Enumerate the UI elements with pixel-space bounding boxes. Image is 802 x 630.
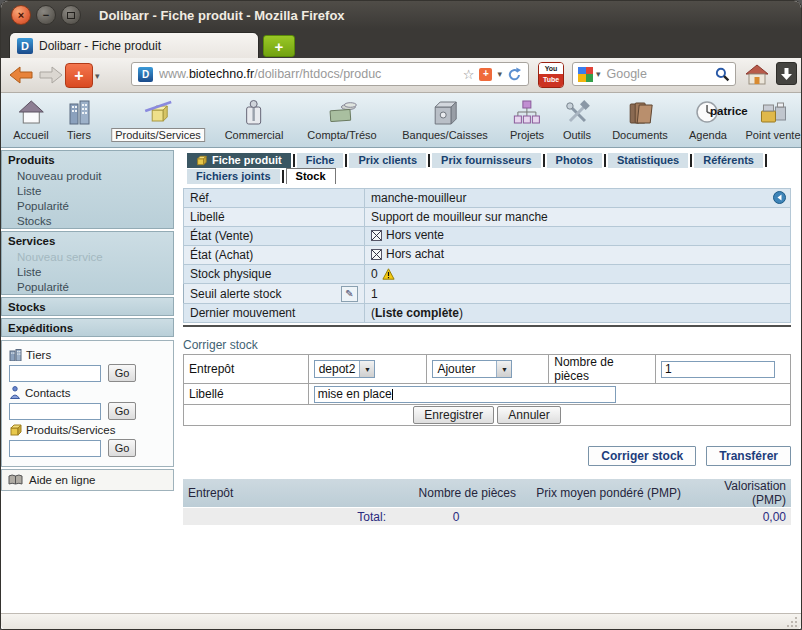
correct-stock-button[interactable]: Corriger stock: [588, 446, 696, 466]
maximize-icon: [67, 12, 75, 19]
window-titlebar[interactable]: × − Dolibarr - Fiche produit - Mozilla F…: [1, 1, 801, 29]
total-value: 0,00: [686, 508, 791, 526]
menu-produits-services[interactable]: Produits/Services: [111, 97, 205, 143]
tab-prix-clients[interactable]: Prix clients: [349, 153, 426, 168]
menu-outils[interactable]: Outils: [563, 97, 591, 143]
sidebar-header-expeditions[interactable]: Expéditions: [2, 319, 173, 336]
dernier-mouvement-label: Dernier mouvement: [184, 304, 365, 323]
tiers-search-input[interactable]: [9, 365, 101, 382]
previous-product-icon[interactable]: [773, 191, 786, 207]
save-button[interactable]: Enregistrer: [413, 406, 494, 424]
sidebar-item-liste-produits[interactable]: Liste: [2, 183, 173, 198]
menu-tiers[interactable]: Tiers: [64, 97, 94, 143]
home-icon[interactable]: [745, 64, 769, 86]
search-magnifier-icon[interactable]: [715, 67, 730, 82]
product-cube-icon: [9, 424, 22, 436]
contacts-go-button[interactable]: Go: [108, 402, 136, 420]
movement-label-input[interactable]: mise en place: [314, 386, 616, 403]
url-bar[interactable]: D www.biotechno.fr/dolibarr/htdocs/produ…: [131, 62, 529, 86]
sidebar-header-produits[interactable]: Produits: [2, 151, 173, 168]
edit-threshold-icon[interactable]: ✎: [341, 286, 358, 302]
cancel-button[interactable]: Annuler: [497, 406, 560, 424]
search-tiers-label: Tiers: [9, 349, 173, 361]
etat-achat-value: Hors achat: [386, 247, 444, 261]
help-link[interactable]: Aide en ligne: [1, 469, 174, 491]
sidebar-header-services[interactable]: Services: [2, 232, 173, 249]
select-arrow-icon: ▼: [359, 361, 374, 377]
tab-fiche[interactable]: Fiche: [297, 153, 344, 168]
menu-accueil[interactable]: Accueil: [13, 97, 48, 143]
stock-physique-value: 0: [371, 267, 378, 281]
download-button[interactable]: [776, 62, 797, 85]
table-row-ref: Réf. manche-mouilleur: [184, 189, 791, 208]
bookmark-star-icon[interactable]: ☆: [463, 68, 475, 81]
full-list-link[interactable]: Liste complète: [375, 306, 459, 320]
menu-commercial[interactable]: Commercial: [225, 97, 284, 143]
tab-photos[interactable]: Photos: [547, 153, 602, 168]
tab-referents[interactable]: Référents: [694, 153, 763, 168]
product-tabs-row1: Fiche produit Fiche Prix clients Prix fo…: [187, 153, 802, 168]
menu-banques-caisses[interactable]: Banques/Caisses: [402, 97, 488, 143]
col-entrepot: Entrepôt: [183, 479, 391, 508]
window-minimize-button[interactable]: −: [36, 5, 56, 25]
tab-stock[interactable]: Stock: [286, 168, 336, 184]
produits-go-button[interactable]: Go: [108, 439, 136, 457]
contacts-search-input[interactable]: [9, 403, 101, 420]
movement-type-select[interactable]: Ajouter ▼: [432, 360, 512, 378]
browser-tab[interactable]: D Dolibarr - Fiche produit: [9, 32, 259, 59]
tab-statistiques[interactable]: Statistiques: [608, 153, 688, 168]
new-tab-button[interactable]: +: [263, 35, 295, 57]
search-produits-label: Produits/Services: [9, 424, 173, 436]
resize-grip[interactable]: [785, 617, 797, 627]
correct-stock-form: Entrepôt depot2 ▼ Ajouter ▼ Nombre de pi…: [183, 354, 791, 426]
site-favicon-icon: D: [138, 67, 153, 82]
etat-vente-label: État (Vente): [184, 227, 365, 246]
window-close-button[interactable]: ×: [11, 5, 31, 25]
org-chart-icon: [513, 99, 541, 125]
search-input[interactable]: ▾ Google: [572, 62, 736, 86]
browser-tab-title: Dolibarr - Fiche produit: [39, 39, 161, 53]
quantity-input[interactable]: 1: [661, 361, 775, 378]
window-maximize-button[interactable]: [61, 5, 81, 25]
window-title: Dolibarr - Fiche produit - Mozilla Firef…: [99, 8, 345, 23]
table-row-etat-achat: État (Achat) Hors achat: [184, 246, 791, 265]
back-button-icon[interactable]: [8, 65, 34, 85]
url-text: www.biotechno.fr/dolibarr/htdocs/produc: [159, 67, 463, 81]
forward-button-icon[interactable]: [38, 65, 64, 85]
add-bookmark-icon[interactable]: +: [479, 68, 492, 81]
search-engine-dropdown-icon[interactable]: ▾: [596, 69, 601, 79]
sidebar-item-popularite-produits[interactable]: Popularité: [2, 198, 173, 213]
tools-icon: [563, 99, 591, 125]
sidebar-item-liste-services[interactable]: Liste: [2, 264, 173, 279]
url-dropdown-icon[interactable]: ▾: [497, 69, 502, 79]
sidebar-header-stocks[interactable]: Stocks: [2, 298, 173, 315]
entrepot-label: Entrepôt: [184, 355, 309, 384]
produits-search-input[interactable]: [9, 440, 101, 457]
sidebar-item-stocks[interactable]: Stocks: [2, 213, 173, 228]
select-arrow-icon: ▼: [496, 361, 511, 377]
reload-icon[interactable]: [507, 67, 522, 82]
sidebar-search-panel: Tiers Go Contacts Go: [1, 340, 174, 467]
tab-fiche-produit[interactable]: Fiche produit: [187, 153, 291, 168]
col-nombre: Nombre de pièces: [391, 479, 521, 508]
menu-compta-treso[interactable]: Compta/Tréso: [307, 97, 376, 143]
warehouse-select[interactable]: depot2 ▼: [314, 360, 376, 378]
menu-projets[interactable]: Projets: [510, 97, 544, 143]
menu-point-vente[interactable]: Point vente: [745, 97, 800, 143]
correct-stock-title: Corriger stock: [183, 338, 802, 352]
contact-person-icon: [9, 386, 21, 399]
menu-documents[interactable]: Documents: [612, 97, 668, 143]
tab-prix-fournisseurs[interactable]: Prix fournisseurs: [432, 153, 540, 168]
new-tab-toolbar-button[interactable]: +: [65, 63, 93, 88]
stock-physique-label: Stock physique: [184, 265, 365, 284]
youtube-icon[interactable]: You Tube: [538, 62, 564, 88]
sidebar-item-nouveau-produit[interactable]: Nouveau produit: [2, 168, 173, 183]
transfer-button[interactable]: Transférer: [706, 446, 791, 466]
menu-agenda[interactable]: Agenda: [689, 97, 727, 143]
toolbar-dropdown-icon[interactable]: ▾: [95, 71, 100, 81]
tab-fichiers-joints[interactable]: Fichiers joints: [187, 169, 280, 184]
sidebar-item-popularite-services[interactable]: Popularité: [2, 279, 173, 294]
tiers-go-button[interactable]: Go: [108, 364, 136, 382]
table-row-etat-vente: État (Vente) Hors vente: [184, 227, 791, 246]
dolibarr-favicon-icon: D: [17, 38, 33, 54]
